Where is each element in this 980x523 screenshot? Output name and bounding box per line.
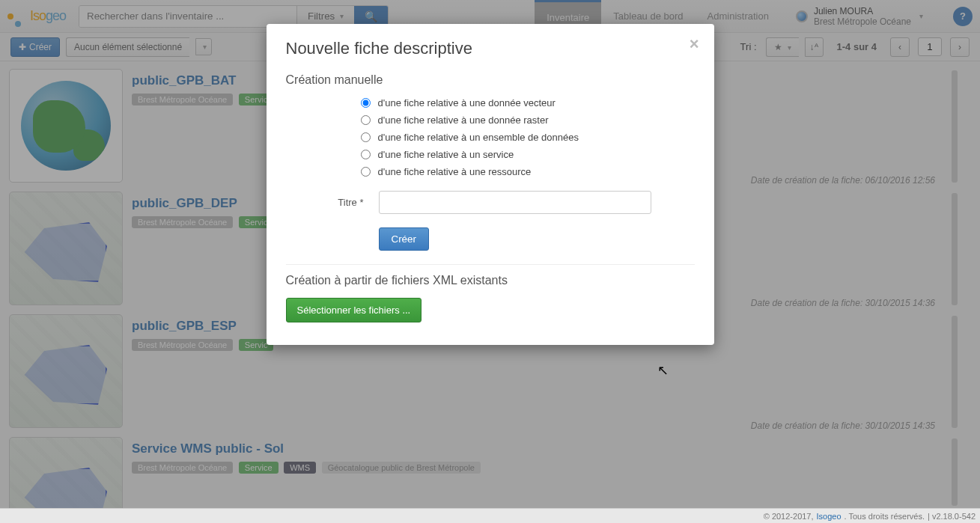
radio-group-type: d'une fiche relative à une donnée vecteu… — [286, 97, 695, 177]
footer: © 2012-2017, Isogeo . Tous droits réserv… — [0, 508, 980, 523]
radio-service[interactable]: d'une fiche relative à un service — [361, 149, 695, 160]
footer-link-isogeo[interactable]: Isogeo — [817, 512, 841, 521]
titre-label: Titre * — [304, 197, 364, 208]
modal-create-button[interactable]: Créer — [379, 227, 429, 251]
radio-raster[interactable]: d'une fiche relative à une donnée raster — [361, 114, 695, 126]
section-xml: Création à partir de fichiers XML exista… — [286, 274, 695, 287]
radio-vecteur[interactable]: d'une fiche relative à une donnée vecteu… — [361, 97, 695, 108]
radio-ensemble[interactable]: d'une fiche relative à un ensemble de do… — [361, 132, 695, 143]
section-manual: Création manuelle — [286, 73, 695, 87]
modal-title: Nouvelle fiche descriptive — [286, 39, 695, 58]
titre-input[interactable] — [379, 191, 651, 214]
close-icon[interactable]: × — [690, 34, 699, 54]
select-files-button[interactable]: Sélectionner les fichiers ... — [286, 298, 422, 322]
modal-new-record: × Nouvelle fiche descriptive Création ma… — [267, 24, 714, 345]
radio-ressource[interactable]: d'une fiche relative à une ressource — [361, 166, 695, 177]
